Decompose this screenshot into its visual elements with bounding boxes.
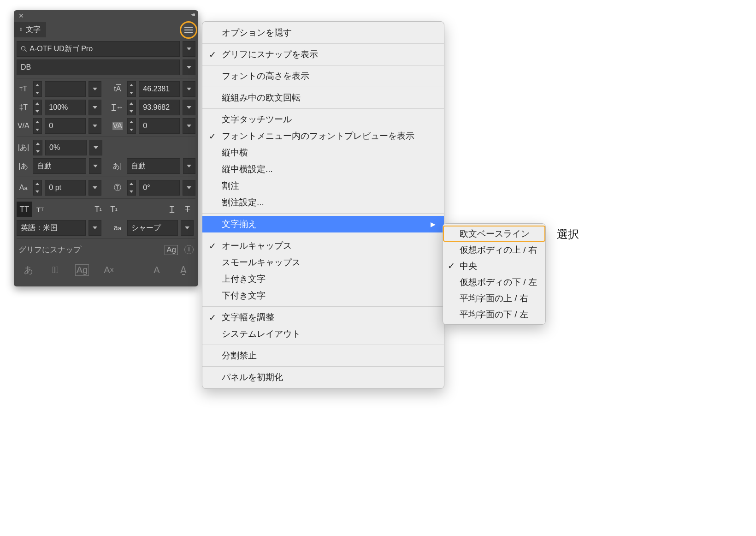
small-caps-toggle[interactable]: TT — [32, 202, 48, 217]
leading-dropdown[interactable] — [183, 81, 195, 97]
menu-item[interactable]: 縦組み中の欧文回転 — [202, 89, 444, 106]
tsume-spinner[interactable] — [33, 140, 42, 155]
underline-toggle[interactable]: T — [164, 202, 180, 217]
font-family-input[interactable] — [30, 45, 176, 53]
glyph-box-icon[interactable]: Ag — [165, 245, 178, 255]
tsume-field[interactable] — [45, 140, 87, 155]
submenu-item-label: 中央 — [460, 260, 477, 272]
menu-item-label: パネルを初期化 — [222, 371, 283, 383]
menu-item[interactable]: 下付き文字 — [202, 287, 444, 304]
baseline-shift-spinner[interactable] — [33, 180, 42, 196]
menu-item[interactable]: フォントの高さを表示 — [202, 68, 444, 84]
submenu-item[interactable]: 欧文ベースライン — [443, 226, 545, 242]
char-rotation-field[interactable] — [139, 180, 180, 196]
search-icon — [21, 46, 27, 52]
collapse-icon[interactable]: ◂◂ — [191, 11, 194, 18]
menu-item[interactable]: ✓文字幅を調整 — [202, 309, 444, 326]
font-style-field[interactable] — [17, 60, 180, 75]
menu-item-label: 文字幅を調整 — [222, 311, 274, 323]
aki-after-dropdown[interactable] — [183, 158, 195, 174]
baseline-shift-field[interactable] — [45, 180, 86, 196]
language-dropdown[interactable] — [89, 220, 101, 236]
tab-character[interactable]: ⠿ 文字 — [14, 22, 46, 37]
menu-item-label: 割注 — [222, 180, 239, 192]
font-family-field[interactable] — [17, 41, 180, 57]
menu-item[interactable]: 分割禁止 — [202, 347, 444, 364]
kerning-field[interactable] — [45, 118, 86, 134]
snap-embox-icon[interactable]: Ax — [99, 260, 119, 280]
menu-item[interactable]: 縦中横 — [202, 144, 444, 161]
snap-angular-icon[interactable]: A — [147, 260, 167, 280]
font-size-spinner[interactable] — [33, 81, 42, 97]
hscale-field[interactable] — [139, 100, 180, 115]
all-caps-toggle[interactable]: TT — [17, 202, 32, 217]
font-size-field[interactable] — [45, 81, 86, 97]
menu-separator — [202, 87, 444, 87]
aki-before-dropdown[interactable] — [89, 158, 101, 174]
vertical-scale-icon: ‡T — [17, 100, 30, 115]
baseline-shift-dropdown[interactable] — [89, 180, 101, 196]
menu-item-label: 文字タッチツール — [222, 113, 292, 125]
panel-menu-button[interactable] — [182, 23, 195, 37]
font-style-input[interactable] — [21, 63, 176, 71]
menu-item[interactable]: ✓グリフにスナップを表示 — [202, 46, 444, 63]
font-family-dropdown-button[interactable] — [183, 41, 195, 57]
font-style-dropdown-button[interactable] — [183, 60, 195, 75]
info-icon[interactable]: i — [184, 245, 194, 254]
hscale-dropdown[interactable] — [183, 100, 195, 115]
aki-after-field[interactable]: 自動 — [127, 158, 180, 174]
char-rotation-spinner[interactable] — [127, 180, 136, 196]
menu-item[interactable]: 文字タッチツール — [202, 111, 444, 128]
menu-item[interactable]: 上付き文字 — [202, 271, 444, 287]
menu-item[interactable]: 割注 — [202, 178, 444, 194]
submenu-item[interactable]: 仮想ボディの下 / 左 — [443, 274, 545, 290]
menu-item[interactable]: オプションを隠す — [202, 24, 444, 41]
submenu-item[interactable]: 平均字面の上 / 右 — [443, 290, 545, 306]
tsume-dropdown[interactable] — [89, 140, 102, 155]
menu-item[interactable]: 文字揃え▶ — [202, 216, 444, 232]
submenu-item[interactable]: 仮想ボディの上 / 右 — [443, 242, 545, 258]
menu-separator — [202, 65, 444, 66]
menu-item[interactable]: システムレイアウト — [202, 326, 444, 342]
menu-item[interactable]: スモールキャップス — [202, 254, 444, 271]
check-icon: ✓ — [209, 241, 216, 251]
antialias-dropdown[interactable] — [181, 220, 194, 236]
font-size-dropdown[interactable] — [89, 81, 101, 97]
submenu-item[interactable]: 平均字面の下 / 左 — [443, 306, 545, 322]
menu-item[interactable]: ✓オールキャップス — [202, 238, 444, 254]
kerning-dropdown[interactable] — [89, 118, 101, 134]
snap-baseline-icon[interactable]: あ — [18, 260, 39, 280]
vscale-dropdown[interactable] — [89, 100, 101, 115]
kerning-spinner[interactable] — [33, 118, 42, 134]
submenu-item[interactable]: ✓中央 — [443, 258, 545, 274]
superscript-toggle[interactable]: T1 — [90, 202, 106, 217]
leading-field[interactable] — [139, 81, 180, 97]
tracking-field[interactable] — [139, 118, 180, 134]
menu-item[interactable]: ✓フォントメニュー内のフォントプレビューを表示 — [202, 128, 444, 144]
aki-before-field[interactable]: 自動 — [33, 158, 86, 174]
leading-spinner[interactable] — [127, 81, 136, 97]
snap-capheight-icon[interactable]: Ag — [72, 260, 92, 280]
submenu-arrow-icon: ▶ — [431, 220, 436, 228]
tracking-spinner[interactable] — [127, 118, 136, 134]
menu-item[interactable]: パネルを初期化 — [202, 369, 444, 386]
menu-item[interactable]: 割注設定... — [202, 194, 444, 211]
subscript-toggle[interactable]: T1 — [106, 202, 122, 217]
strikethrough-toggle[interactable]: T — [180, 202, 195, 217]
snap-proximity-icon[interactable]: A̱ — [173, 260, 194, 280]
vscale-spinner[interactable] — [33, 100, 42, 115]
antialias-field[interactable]: シャープ — [127, 220, 178, 236]
vscale-field[interactable] — [45, 100, 86, 115]
submenu-item-label: 平均字面の下 / 左 — [460, 309, 528, 321]
snap-xheight-icon[interactable]: あ̲ — [45, 260, 65, 280]
character-panel: ✕ ◂◂ ⠿ 文字 — [14, 10, 198, 286]
language-field[interactable]: 英語：米国 — [17, 220, 86, 236]
close-icon[interactable]: ✕ — [18, 12, 24, 19]
menu-item[interactable]: 縦中横設定... — [202, 161, 444, 178]
tracking-dropdown[interactable] — [183, 118, 195, 134]
hscale-spinner[interactable] — [127, 100, 136, 115]
snap-to-glyph-row: グリフにスナップ Ag i — [17, 242, 195, 258]
char-rotation-dropdown[interactable] — [183, 180, 195, 196]
check-icon: ✓ — [209, 49, 216, 60]
menu-separator — [202, 43, 444, 44]
